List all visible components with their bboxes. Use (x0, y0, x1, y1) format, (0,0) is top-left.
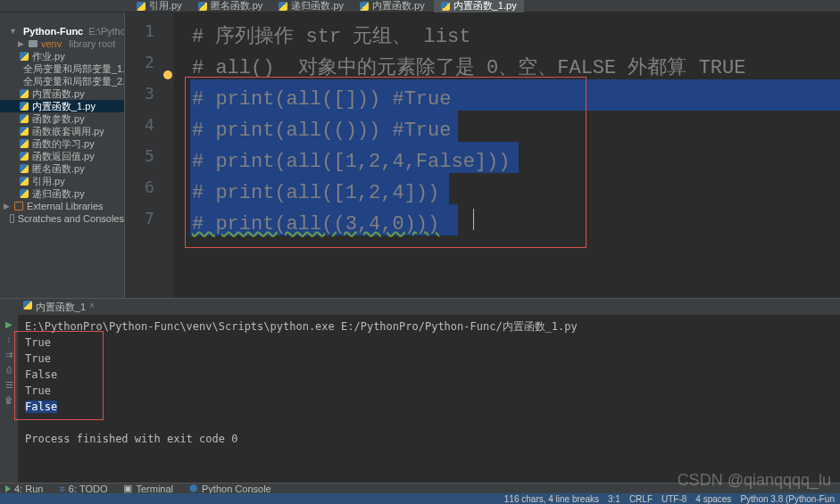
python-file-icon (20, 189, 29, 198)
exit-message: Process finished with exit code 0 (25, 431, 833, 447)
project-root[interactable]: ▼ Python-Func E:\PythonPro\Pyt (0, 25, 124, 37)
editor-tab-active[interactable]: 内置函数_1.py (434, 0, 524, 12)
output-command: E:\PythonPro\Python-Func\venv\Scripts\py… (25, 318, 833, 335)
tree-file[interactable]: 函数的学习.py (0, 137, 124, 150)
python-file-icon (20, 114, 29, 123)
run-icon (5, 485, 11, 492)
line-number: 4 (125, 115, 174, 146)
rerun-icon[interactable]: ▶ (4, 318, 14, 329)
tree-file[interactable]: 内置函数.py (0, 87, 124, 100)
status-position[interactable]: 3:1 (608, 494, 620, 504)
stop-icon[interactable]: ↓ (4, 334, 14, 344)
python-file-icon (20, 164, 29, 173)
line-number: 2 (125, 53, 174, 84)
text-cursor (473, 209, 474, 230)
close-icon[interactable]: × (89, 301, 95, 314)
line-gutter: 1 2 3 4 5 6 7 (125, 12, 174, 298)
todo-icon: ≡ (59, 483, 64, 494)
external-libraries[interactable]: ▶External Libraries (0, 200, 124, 212)
tree-file[interactable]: 匿名函数.py (0, 162, 124, 175)
run-tab-bar: 内置函数_1 × (0, 299, 840, 315)
python-file-icon (20, 102, 29, 111)
python-file-icon (20, 152, 29, 161)
todo-button[interactable]: ≡6: TODO (59, 483, 107, 494)
output-line: True (25, 383, 833, 399)
pin-icon[interactable]: ☰ (4, 379, 14, 390)
tree-folder-venv[interactable]: ▶ venv library root (0, 37, 124, 50)
python-file-icon (20, 139, 29, 148)
print-icon[interactable]: ⎙ (4, 364, 14, 375)
python-file-icon (137, 2, 146, 11)
status-bar: 116 chars, 4 line breaks 3:1 CRLF UTF-8 … (0, 493, 840, 504)
status-indent[interactable]: 4 spaces (695, 494, 731, 504)
project-tree[interactable]: ▼ Python-Func E:\PythonPro\Pyt ▶ venv li… (0, 12, 125, 298)
scratch-icon (10, 214, 14, 223)
code-line: # print(all((3,4,0))) (174, 209, 840, 240)
tree-file[interactable]: 引用.py (0, 175, 124, 187)
code-line: # 序列操作 str 元组、 list (174, 21, 840, 53)
python-file-icon (20, 177, 29, 186)
tree-file-active[interactable]: 内置函数_1.py (0, 100, 124, 112)
python-file-icon (198, 2, 207, 11)
output-line: False (25, 367, 833, 383)
run-tab[interactable]: 内置函数_1 × (18, 301, 100, 314)
editor-tab[interactable]: 匿名函数.py (191, 0, 270, 12)
editor-tab[interactable]: 内置函数.py (353, 0, 432, 12)
code-line: # print(all([1,2,4,False])) (174, 146, 840, 178)
line-number: 5 (125, 146, 174, 178)
editor-tab[interactable]: 引用.py (129, 0, 189, 12)
code-content[interactable]: # 序列操作 str 元组、 list # all() 对象中的元素除了是 0、… (174, 12, 840, 298)
tree-file[interactable]: 递归函数.py (0, 187, 124, 200)
python-file-icon (20, 52, 29, 61)
code-line: # print(all([1,2,4])) (174, 178, 840, 209)
code-editor[interactable]: 1 2 3 4 5 6 7 # 序列操作 str 元组、 list # all(… (125, 12, 840, 298)
tree-file[interactable]: 函数参数.py (0, 112, 124, 125)
bottom-tool-bar: 4: Run ≡6: TODO ▣Terminal ⬢Python Consol… (0, 483, 840, 493)
library-icon (14, 202, 23, 211)
tree-file[interactable]: 函数返回值.py (0, 150, 124, 162)
trash-icon[interactable]: 🗑 (4, 394, 14, 405)
scratches-consoles[interactable]: Scratches and Consoles (0, 212, 124, 225)
status-encoding[interactable]: UTF-8 (661, 494, 686, 504)
python-file-icon (23, 301, 32, 310)
status-interpreter[interactable]: Python 3.8 (Python-Fun (740, 494, 835, 504)
python-file-icon (441, 2, 450, 11)
run-button[interactable]: 4: Run (5, 483, 43, 494)
output-line: True (25, 335, 833, 351)
status-eol[interactable]: CRLF (629, 494, 653, 504)
tree-file[interactable]: 作业.py (0, 50, 124, 62)
output-line: False (25, 399, 833, 415)
line-number: 3 (125, 84, 174, 115)
tree-file[interactable]: 函数嵌套调用.py (0, 125, 124, 137)
line-number: 6 (125, 178, 174, 209)
python-file-icon (20, 127, 29, 136)
editor-tab-bar: 引用.py 匿名函数.py 递归函数.py 内置函数.py 内置函数_1.py (0, 0, 840, 12)
run-toolbar: ▶ ↓ ⇉ ⎙ ☰ 🗑 (0, 315, 18, 483)
folder-icon (29, 40, 37, 47)
python-file-icon (279, 2, 287, 11)
run-tool-window: 内置函数_1 × ▶ ↓ ⇉ ⎙ ☰ 🗑 E:\PythonPro\Python… (0, 298, 840, 483)
python-file-icon (360, 2, 369, 11)
output-line: True (25, 351, 833, 367)
line-number: 1 (125, 21, 174, 53)
console-output[interactable]: E:\PythonPro\Python-Func\venv\Scripts\py… (18, 315, 840, 483)
tree-file[interactable]: 全局变量和局部变量_1.py (0, 62, 124, 75)
python-file-icon (20, 89, 29, 98)
editor-tab[interactable]: 递归函数.py (271, 0, 351, 12)
status-chars: 116 chars, 4 line breaks (504, 494, 599, 504)
line-number: 7 (125, 209, 174, 240)
code-line: # all() 对象中的元素除了是 0、空、FALSE 外都算 TRUE (174, 53, 840, 84)
tree-file[interactable]: 全局变量和局部变量_2.py (0, 75, 124, 87)
layout-icon[interactable]: ⇉ (4, 349, 14, 359)
intention-bulb-icon[interactable] (163, 70, 172, 79)
